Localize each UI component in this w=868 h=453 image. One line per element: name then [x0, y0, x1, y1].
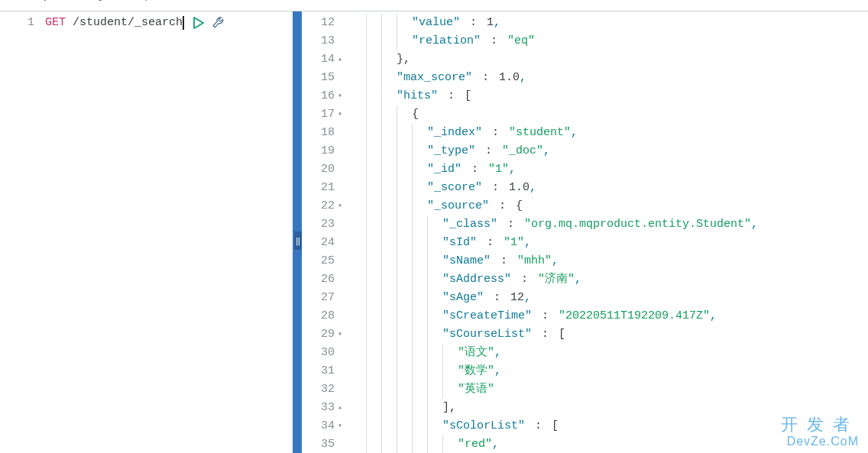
response-line[interactable]: "sAge" : 12,: [351, 289, 868, 307]
token-str: "eq": [507, 32, 535, 50]
token-num: 1.0: [509, 179, 530, 197]
token-key: "_class": [442, 215, 497, 234]
token-punc: ,: [710, 307, 717, 325]
token-punc: ,: [494, 14, 500, 32]
token-str: "mhh": [517, 252, 552, 270]
response-line[interactable]: "语文",: [351, 344, 868, 362]
token-key: "value": [412, 14, 460, 32]
token-punc: ,: [751, 215, 758, 234]
token-key: "_score": [427, 179, 482, 197]
response-editor[interactable]: "value" : 1,"relation" : "eq"},"max_scor…: [348, 11, 868, 453]
fold-icon[interactable]: ▾: [336, 325, 344, 344]
response-line[interactable]: "sAddress" : "济南",: [351, 270, 868, 289]
token-key: "max_score": [397, 69, 472, 87]
fold-icon[interactable]: ▴: [336, 399, 344, 417]
editor-panels: 1 GET /student/_search ‖ 121314▴1516▾17▾…: [0, 11, 868, 453]
token-str: "1": [504, 234, 524, 252]
token-num: 1.0: [499, 69, 520, 87]
token-colon: :: [535, 325, 555, 344]
request-scrollbar[interactable]: ‖: [293, 11, 302, 453]
response-line-number: 17▾: [302, 105, 344, 124]
response-line-number: 15: [302, 69, 344, 87]
response-line[interactable]: "sCreateTime" : "20220511T192209.417Z",: [351, 307, 868, 325]
token-punc: ,: [524, 234, 531, 252]
response-line-number: 24: [302, 234, 344, 252]
response-line-number: 18: [302, 124, 344, 142]
request-panel: 1 GET /student/_search ‖: [0, 11, 302, 453]
response-line[interactable]: "sCourseList" : [: [351, 325, 868, 344]
response-line-number: 28: [302, 307, 344, 325]
response-line-number: 21: [302, 179, 344, 197]
token-punc: ,: [520, 69, 526, 87]
token-colon: :: [441, 87, 462, 105]
token-colon: :: [485, 124, 506, 142]
response-line-number: 19: [302, 142, 344, 160]
response-line-number: 13: [302, 32, 344, 50]
token-brk: [: [559, 325, 565, 344]
response-line[interactable]: "value" : 1,: [351, 14, 868, 32]
response-line[interactable]: "_id" : "1",: [351, 160, 868, 179]
wrench-icon[interactable]: [212, 16, 225, 30]
response-line[interactable]: "_index" : "student",: [351, 124, 868, 142]
request-path: /student/_search: [73, 14, 183, 32]
token-key: "hits": [397, 87, 438, 105]
response-line-number: 25: [302, 252, 344, 270]
fold-icon[interactable]: ▾: [336, 87, 344, 105]
token-punc: ,: [575, 270, 581, 289]
token-str: "student": [509, 124, 571, 142]
token-punc: ,: [552, 252, 559, 270]
fold-icon[interactable]: ▾: [336, 197, 344, 215]
response-line[interactable]: "red",: [351, 435, 868, 453]
request-line[interactable]: GET /student/_search: [45, 14, 302, 32]
token-str: "_doc": [502, 142, 543, 160]
response-line[interactable]: "_score" : 1.0,: [351, 179, 868, 197]
response-line[interactable]: "sId" : "1",: [351, 234, 868, 252]
token-key: "sCourseList": [442, 325, 532, 344]
text-cursor: [183, 16, 184, 30]
token-colon: :: [463, 14, 484, 32]
token-colon: :: [535, 307, 555, 325]
request-editor[interactable]: GET /student/_search: [42, 11, 302, 453]
token-key: "relation": [412, 32, 481, 50]
response-line[interactable]: "数学",: [351, 362, 868, 380]
token-num: 12: [510, 289, 524, 307]
fold-icon[interactable]: ▾: [336, 105, 344, 124]
response-line-number: 30: [302, 344, 344, 362]
response-line[interactable]: "hits" : [: [351, 87, 868, 105]
token-key: "sName": [442, 252, 491, 270]
response-panel: 121314▴1516▾17▾1819202122▾23242526272829…: [302, 11, 868, 453]
token-colon: :: [528, 417, 549, 435]
response-line[interactable]: "_class" : "org.mq.mqproduct.entity.Stud…: [351, 215, 868, 234]
token-key: "_index": [427, 124, 482, 142]
response-line[interactable]: "max_score" : 1.0,: [351, 69, 868, 87]
menu-bar: History Settings Help: [0, 0, 868, 11]
fold-icon[interactable]: ▴: [336, 50, 344, 69]
fold-icon[interactable]: ▾: [336, 417, 344, 435]
response-line-number: 35: [302, 435, 344, 453]
http-method: GET: [45, 14, 66, 32]
response-line[interactable]: "sColorList" : [: [351, 417, 868, 435]
token-colon: :: [500, 215, 521, 234]
response-gutter: 121314▴1516▾17▾1819202122▾23242526272829…: [302, 11, 348, 453]
scroll-handle-icon[interactable]: ‖: [294, 231, 302, 250]
token-punc: ,: [509, 160, 516, 179]
response-line[interactable]: "_source" : {: [351, 197, 868, 215]
run-icon[interactable]: [193, 17, 204, 29]
response-line[interactable]: "_type" : "_doc",: [351, 142, 868, 160]
token-colon: :: [487, 289, 507, 307]
token-brace: {: [412, 105, 419, 124]
response-line[interactable]: "relation" : "eq": [351, 32, 868, 50]
response-line[interactable]: "sName" : "mhh",: [351, 252, 868, 270]
token-str: "语文": [458, 344, 494, 362]
token-key: "sCreateTime": [442, 307, 532, 325]
response-line-number: 23: [302, 215, 344, 234]
response-line[interactable]: ],: [351, 399, 868, 417]
token-str: "org.mq.mqproduct.entity.Student": [524, 215, 751, 234]
response-line[interactable]: {: [351, 105, 868, 124]
token-colon: :: [465, 160, 485, 179]
response-line[interactable]: },: [351, 50, 868, 69]
request-gutter: 1: [0, 11, 42, 453]
response-line-number: 32: [302, 380, 344, 399]
response-line-number: 29▾: [302, 325, 344, 344]
response-line[interactable]: "英语": [351, 380, 868, 399]
